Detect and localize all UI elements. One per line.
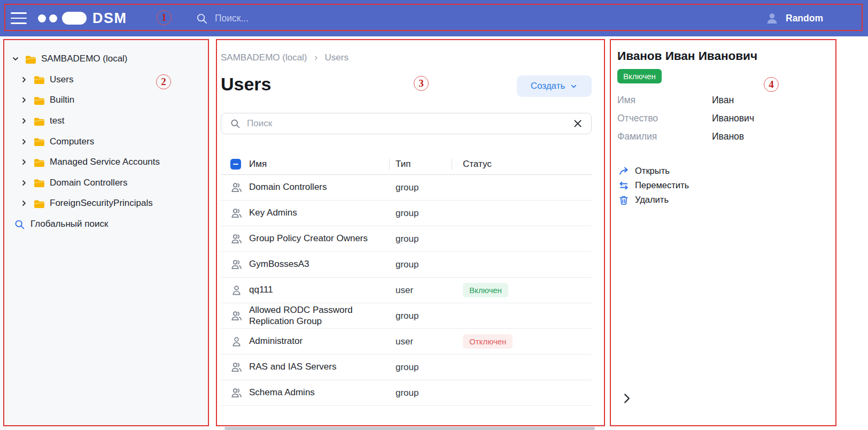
chevron-right-icon bbox=[20, 179, 28, 187]
domain-tree: SAMBADEMO (local) Users Builtin test Com… bbox=[0, 36, 210, 234]
row-type: group bbox=[396, 234, 418, 244]
tree-node-label: Managed Service Accounts bbox=[50, 157, 160, 167]
table-row[interactable]: Schema Admins group bbox=[221, 380, 592, 406]
detail-field-label: Имя bbox=[617, 95, 712, 106]
top-bar: DSM Random bbox=[0, 0, 868, 36]
detail-action-label: Удалить bbox=[635, 195, 669, 205]
status-badge: Отключен bbox=[463, 334, 513, 349]
group-icon bbox=[230, 181, 243, 194]
row-name: Administrator bbox=[249, 331, 310, 351]
tree-node[interactable]: Users bbox=[0, 70, 210, 90]
folder-icon bbox=[34, 158, 45, 167]
tree-node-label: Users bbox=[50, 74, 73, 85]
user-avatar-icon bbox=[765, 12, 779, 25]
row-type: group bbox=[396, 362, 418, 372]
user-menu[interactable]: Random bbox=[765, 0, 823, 36]
global-search-label: Глобальный поиск bbox=[30, 219, 108, 229]
tree-node-label: SAMBADEMO (local) bbox=[41, 53, 128, 64]
column-header-status[interactable]: Статус bbox=[463, 159, 592, 170]
chevron-right-icon bbox=[20, 199, 28, 208]
tree-node[interactable]: Managed Service Accounts bbox=[0, 152, 210, 173]
status-badge: Включен bbox=[463, 283, 508, 297]
folder-icon bbox=[34, 178, 45, 187]
tree-node-root[interactable]: SAMBADEMO (local) bbox=[0, 49, 210, 70]
row-type: user bbox=[396, 285, 413, 295]
topbar-search-input[interactable] bbox=[215, 13, 386, 24]
chevron-right-icon bbox=[20, 75, 28, 84]
chevron-right-icon bbox=[313, 55, 320, 62]
table-header: Имя Тип Статус bbox=[221, 154, 592, 175]
table-row[interactable]: GymBossesA3 group bbox=[221, 252, 592, 278]
chevron-right-icon bbox=[20, 158, 28, 166]
detail-field-value: Иванов bbox=[712, 131, 744, 142]
column-header-type[interactable]: Тип bbox=[396, 159, 463, 170]
breadcrumb: SAMBADEMO (local) Users bbox=[221, 52, 348, 63]
folder-icon bbox=[34, 199, 45, 208]
detail-action-label: Переместить bbox=[635, 180, 689, 190]
global-search bbox=[196, 0, 386, 36]
table-search-input[interactable] bbox=[247, 118, 573, 129]
detail-action[interactable]: Переместить bbox=[618, 178, 689, 193]
row-name: Domain Controllers bbox=[249, 176, 335, 197]
detail-actions: Открыть Переместить Удалить bbox=[618, 164, 689, 207]
clear-search-icon[interactable] bbox=[573, 119, 583, 128]
row-type: user bbox=[396, 336, 413, 347]
detail-action-label: Открыть bbox=[635, 166, 670, 176]
tree-node[interactable]: ForeignSecurityPrincipals bbox=[0, 193, 210, 214]
user-icon bbox=[230, 284, 243, 296]
tree-node[interactable]: Computers bbox=[0, 131, 210, 152]
create-button[interactable]: Создать bbox=[517, 75, 592, 97]
detail-field: Отчество Иванович bbox=[617, 109, 754, 127]
table-row[interactable]: Key Admins group bbox=[221, 201, 592, 226]
trash-icon bbox=[618, 195, 629, 205]
folder-icon bbox=[34, 75, 45, 84]
table-row[interactable]: Administrator user Отключен bbox=[221, 329, 592, 355]
tree-node[interactable]: test bbox=[0, 111, 210, 132]
table-row[interactable]: Group Policy Creator Owners group bbox=[221, 226, 592, 252]
tree-node[interactable]: Domain Controllers bbox=[0, 173, 210, 194]
detail-fields: Имя Иван Отчество Иванович Фамилия Ивано… bbox=[617, 91, 754, 145]
hamburger-menu-icon[interactable] bbox=[11, 12, 27, 28]
horizontal-scrollbar[interactable] bbox=[224, 427, 595, 430]
detail-field: Фамилия Иванов bbox=[617, 127, 754, 145]
chevron-right-icon bbox=[20, 96, 28, 104]
tree-node[interactable]: Builtin bbox=[0, 90, 210, 111]
logo-text: DSM bbox=[92, 10, 127, 27]
users-table: Domain Controllers group Key Admins grou… bbox=[221, 175, 592, 406]
detail-field-label: Фамилия bbox=[617, 131, 712, 142]
collapse-panel-chevron-icon[interactable] bbox=[621, 392, 633, 405]
folder-icon bbox=[34, 96, 45, 105]
arrow-right-icon bbox=[618, 166, 629, 176]
row-name: RAS and IAS Servers bbox=[249, 356, 344, 377]
detail-status-badge: Включен bbox=[617, 69, 662, 83]
detail-action[interactable]: Удалить bbox=[618, 193, 689, 207]
swap-arrows-icon bbox=[618, 180, 629, 191]
user-name: Random bbox=[786, 13, 823, 24]
create-button-label: Создать bbox=[531, 81, 565, 91]
indeterminate-icon bbox=[233, 164, 238, 165]
table-row[interactable]: RAS and IAS Servers group bbox=[221, 355, 592, 380]
table-row[interactable]: Allowed RODC Password Replication Group … bbox=[221, 303, 592, 329]
row-type: group bbox=[396, 259, 418, 270]
page-title: Users bbox=[221, 74, 272, 95]
row-type: group bbox=[396, 311, 418, 321]
row-type: group bbox=[396, 182, 418, 193]
row-name: GymBossesA3 bbox=[249, 254, 316, 274]
row-name: Group Policy Creator Owners bbox=[249, 228, 375, 249]
table-row[interactable]: Domain Controllers group bbox=[221, 175, 592, 201]
folder-icon bbox=[25, 55, 36, 64]
select-all-checkbox[interactable] bbox=[230, 159, 241, 170]
folder-icon bbox=[34, 117, 45, 126]
detail-action[interactable]: Открыть bbox=[618, 164, 689, 178]
breadcrumb-root[interactable]: SAMBADEMO (local) bbox=[221, 52, 307, 63]
sidebar-item-global-search[interactable]: Глобальный поиск bbox=[0, 214, 210, 235]
detail-field: Имя Иван bbox=[617, 91, 754, 109]
row-name: Key Admins bbox=[249, 202, 305, 223]
column-divider bbox=[452, 159, 452, 170]
annotation-number-4: 4 bbox=[764, 77, 779, 92]
detail-field-value: Иванович bbox=[712, 113, 754, 124]
logo-dot-icon bbox=[49, 14, 57, 22]
group-icon bbox=[230, 207, 243, 219]
column-header-name[interactable]: Имя bbox=[249, 159, 396, 170]
group-icon bbox=[230, 233, 243, 245]
